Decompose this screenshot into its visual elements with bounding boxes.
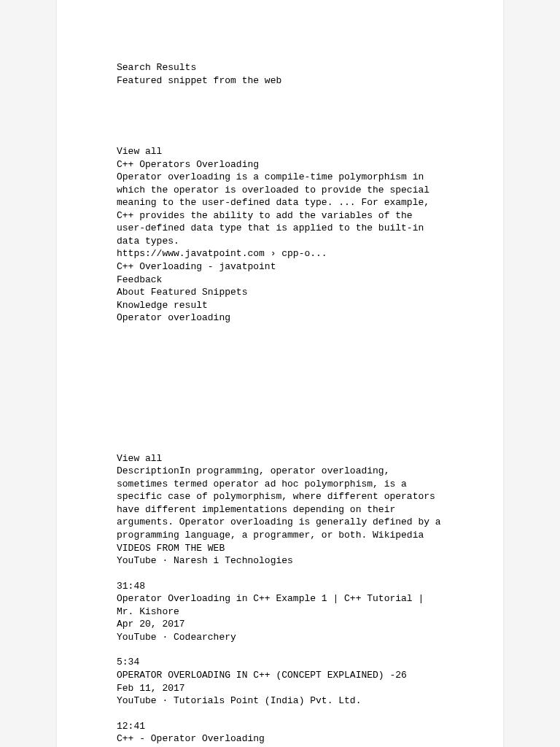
snippet-body: Operator overloading is a compile-time p… <box>117 171 443 247</box>
view-all-link[interactable]: View all <box>117 145 443 158</box>
video-date: Apr 20, 2017 <box>117 618 443 631</box>
spacer <box>117 708 443 720</box>
knowledge-description: DescriptionIn programming, operator over… <box>117 465 443 541</box>
video-duration: 31:48 <box>117 580 443 593</box>
about-snippets-link[interactable]: About Featured Snippets <box>117 286 443 299</box>
featured-snippet-label: Featured snippet from the web <box>117 74 443 88</box>
video-source[interactable]: YouTube · Tutorials Point (India) Pvt. L… <box>117 694 443 708</box>
spacer <box>117 325 443 452</box>
snippet-link-title[interactable]: C++ Overloading - javatpoint <box>117 260 443 274</box>
videos-from-web-label: VIDEOS FROM THE WEB <box>117 542 443 555</box>
video-duration: 12:41 <box>117 720 443 733</box>
search-results-heading: Search Results <box>117 61 443 74</box>
video-duration: 5:34 <box>117 656 443 669</box>
spacer <box>117 643 443 656</box>
spacer <box>117 568 443 580</box>
video-title[interactable]: C++ - Operator Overloading <box>117 732 443 746</box>
document-page: Search Results Featured snippet from the… <box>57 0 503 747</box>
snippet-title: C++ Operators Overloading <box>117 158 443 171</box>
video-title[interactable]: OPERATOR OVERLOADING IN C++ (CONCEPT EXP… <box>117 669 443 682</box>
view-all-link[interactable]: View all <box>117 452 443 465</box>
video-title[interactable]: Operator Overloading in C++ Example 1 | … <box>117 592 443 618</box>
spacer <box>117 87 443 145</box>
video-source[interactable]: YouTube · Naresh i Technologies <box>117 554 443 568</box>
video-source[interactable]: YouTube · Codearchery <box>117 631 443 644</box>
feedback-link[interactable]: Feedback <box>117 274 443 287</box>
knowledge-title: Operator overloading <box>117 311 443 325</box>
snippet-url[interactable]: https://www.javatpoint.com › cpp-o... <box>117 247 443 260</box>
video-date: Feb 11, 2017 <box>117 682 443 695</box>
knowledge-result-label: Knowledge result <box>117 299 443 312</box>
